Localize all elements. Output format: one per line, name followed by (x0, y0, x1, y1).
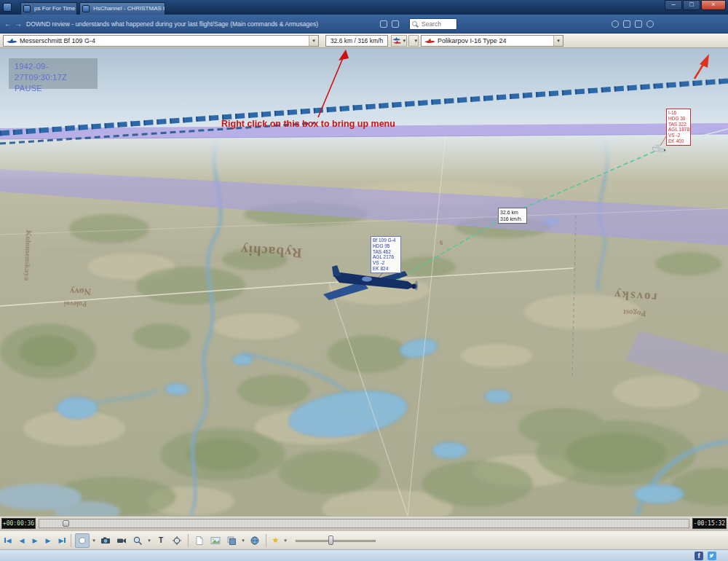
forward-icon[interactable]: → (13, 19, 23, 29)
slider-track[interactable] (296, 540, 376, 542)
chevron-down-icon[interactable]: ▾ (240, 538, 246, 544)
photo-icon (210, 536, 221, 546)
bf109-vs: VS -2 (373, 260, 399, 266)
chevron-down-icon[interactable]: ▾ (146, 538, 152, 544)
i16-vs: VS -2 (668, 133, 689, 138)
horizon-haze (0, 134, 728, 181)
slider-handle[interactable] (328, 536, 333, 545)
bf109-hdg: HDG 95 (373, 243, 399, 249)
link-views-button[interactable]: ▾ (408, 35, 419, 47)
text-tool-button[interactable]: T (154, 533, 168, 548)
blue-aircraft-icon (6, 37, 17, 44)
facebook-icon[interactable]: f (695, 552, 703, 560)
separator (188, 534, 189, 547)
tab2-label: HsChannel - CHRISTMAS KEY... (93, 5, 165, 12)
camera-button[interactable] (98, 533, 113, 548)
twitter-icon[interactable] (708, 552, 716, 560)
step-forward-icon: ▶ (46, 537, 51, 544)
3d-viewport[interactable]: Rybachiy Novy Polevoi Kolomenskaya rovsk… (0, 48, 728, 516)
i16-hdg: HDG 30 (668, 116, 689, 122)
print-icon[interactable] (635, 20, 642, 28)
maximize-button[interactable]: □ (683, 0, 700, 10)
play-button[interactable]: ▶ (29, 533, 41, 548)
search-icon (412, 21, 417, 26)
step-back-button[interactable]: ◀ (16, 533, 28, 548)
tacview-toolbar: Messerschmitt Bf 109 G-4 ▾ 32.6 km / 316… (0, 34, 728, 48)
range-label: 32.6 km 316 km/h (498, 208, 527, 224)
i16-tas: TAS 322 (668, 122, 689, 128)
globe-button[interactable] (248, 533, 262, 548)
step-forward-button[interactable]: ▶ (42, 533, 54, 548)
search-box (409, 18, 457, 30)
chevron-down-icon: ▾ (403, 36, 405, 46)
star-icon: ★ (272, 536, 280, 544)
skip-end-icon: ▶ (59, 537, 64, 544)
browser-tab-1[interactable]: ps For For Time - Watching t... (20, 2, 77, 15)
text-tool-icon: T (159, 536, 163, 544)
browser-tab-2[interactable]: HsChannel - CHRISTMAS KEY... (79, 2, 165, 15)
lasso-icon (77, 536, 87, 546)
timeline-track[interactable] (39, 519, 689, 528)
globe-icon (250, 536, 260, 546)
range-distance: 32.6 km (500, 209, 525, 216)
lasso-select-button[interactable] (75, 533, 90, 548)
close-button[interactable]: × (701, 0, 726, 10)
primary-aircraft-label: Messerschmitt Bf 109 G-4 (20, 36, 308, 46)
page-title-text: DOWND review - understands what happened… (26, 20, 368, 28)
secondary-aircraft-select[interactable]: Polikarpov I-16 Type 24 ▾ (421, 35, 563, 47)
skip-start-icon: ◀ (7, 537, 12, 544)
chevron-down-icon[interactable]: ▾ (282, 538, 288, 544)
bf109-tas: TAS 462 (373, 249, 399, 255)
minimize-button[interactable]: – (665, 0, 682, 10)
timeline-scrubber[interactable] (63, 520, 69, 527)
pause-indicator: PAUSE (15, 83, 98, 94)
bookmark-star-button[interactable]: ★ (270, 536, 281, 545)
home-icon[interactable] (380, 20, 387, 28)
back-icon[interactable]: ← (3, 19, 13, 29)
chevron-down-icon[interactable]: ▾ (91, 538, 97, 544)
bf109-ek: EK 824 (373, 266, 399, 272)
video-camera-button[interactable] (114, 533, 129, 548)
primary-aircraft-select[interactable]: Messerschmitt Bf 109 G-4 ▾ (3, 35, 319, 47)
separator (71, 534, 71, 547)
annotation-text: Right click on this box to bring up menu (221, 119, 395, 129)
bf109-agl: AGL 2176 (373, 254, 399, 260)
chevron-down-icon[interactable]: ▾ (553, 36, 563, 46)
compare-aircraft-button[interactable]: ▾ (391, 35, 407, 47)
range-speed-box[interactable]: 32.6 km / 316 km/h (325, 35, 388, 47)
secondary-aircraft-label: Polikarpov I-16 Type 24 (438, 36, 553, 46)
address-bar: ← → DOWND review - understands what happ… (0, 15, 728, 34)
zoom-tool-button[interactable] (130, 533, 145, 548)
crosshair-button[interactable] (170, 533, 184, 548)
skip-start-button[interactable]: ◀ (3, 533, 15, 548)
range-speed: 316 km/h (500, 216, 525, 222)
gear-icon[interactable] (646, 20, 654, 28)
i16-name: I-16 (668, 110, 689, 116)
facebook-letter: f (698, 552, 700, 560)
play-icon: ▶ (33, 537, 38, 544)
document-icon (194, 536, 205, 546)
crosshair-icon (172, 536, 182, 546)
timeline-bar: +00:00:36 -00:15:32 (0, 516, 728, 530)
person-icon[interactable] (612, 20, 619, 28)
bf109-data-label[interactable]: Bf 109 G-4 HDG 95 TAS 462 AGL 2176 VS -2… (371, 236, 401, 273)
chevron-down-icon: ▾ (414, 36, 417, 46)
photo-button[interactable] (208, 533, 223, 548)
step-back-icon: ◀ (20, 537, 25, 544)
sim-timestamp: 1942-09-27T09:30:17Z (15, 61, 98, 83)
skip-end-button[interactable]: ▶ (55, 533, 67, 548)
mail-icon[interactable] (623, 20, 630, 28)
layers-button[interactable] (224, 533, 239, 548)
i16-agl: AGL 1878 (668, 127, 689, 133)
document-button[interactable] (192, 533, 207, 548)
bar-icon (4, 538, 6, 543)
tab1-favicon (23, 5, 31, 12)
chevron-down-icon[interactable]: ▾ (309, 36, 318, 46)
search-input[interactable] (422, 20, 455, 28)
sim-clock-overlay: 1942-09-27T09:30:17Z PAUSE (9, 58, 98, 89)
twitter-bird-icon (708, 552, 716, 560)
i16-data-label[interactable]: I-16 HDG 30 TAS 322 AGL 1878 VS -2 EK 40… (666, 109, 691, 146)
speed-slider[interactable] (296, 533, 376, 548)
favorites-icon[interactable] (392, 20, 399, 28)
app-icon (3, 3, 12, 12)
